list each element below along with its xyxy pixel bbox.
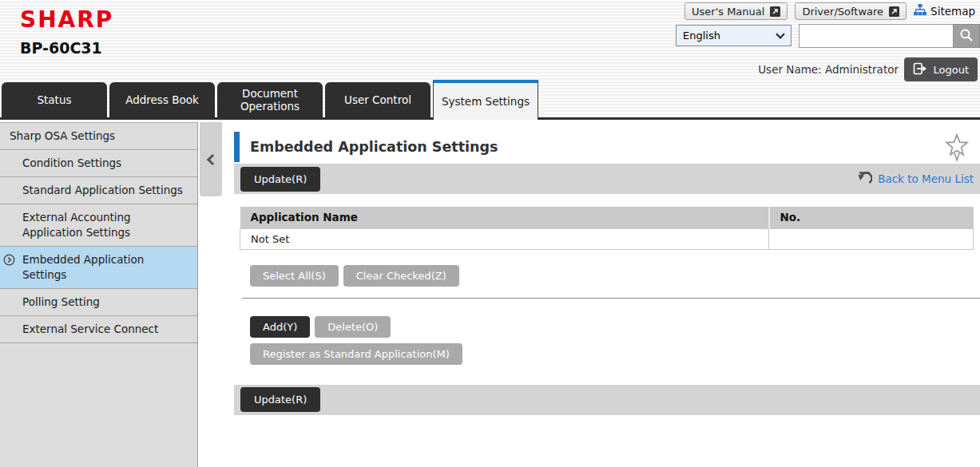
search-icon xyxy=(959,28,974,45)
selected-arrow-icon xyxy=(3,254,15,266)
users-manual-label: User's Manual xyxy=(692,6,764,18)
user-name-label: User Name: Administrator xyxy=(758,63,899,76)
sidebar-item-label: Embedded Application Settings xyxy=(22,253,144,281)
tab-system-settings[interactable]: System Settings xyxy=(433,80,538,120)
driver-software-label: Driver/Software xyxy=(802,6,883,18)
logout-icon xyxy=(913,62,927,77)
application-table: Application Name No. Not Set xyxy=(240,207,974,250)
sitemap-label: Sitemap xyxy=(930,5,975,18)
search-area xyxy=(799,24,980,48)
back-arrow-icon xyxy=(856,171,872,188)
chevron-left-icon xyxy=(207,153,218,164)
page-body: Sharp OSA Settings Condition Settings St… xyxy=(0,120,980,467)
external-link-icon xyxy=(889,6,899,17)
column-header-no: No. xyxy=(769,207,974,228)
delete-button[interactable]: Delete(O) xyxy=(315,316,391,338)
column-header-application-name: Application Name xyxy=(240,207,769,228)
top-links: User's Manual Driver/Software Sitemap xyxy=(684,2,975,20)
search-input[interactable] xyxy=(799,24,953,48)
tab-status[interactable]: Status xyxy=(2,82,107,117)
sidebar-item-standard-application-settings[interactable]: Standard Application Settings xyxy=(0,177,197,204)
application-table-wrap: Application Name No. Not Set xyxy=(240,207,974,250)
main-content: Embedded Application Settings Update(R) … xyxy=(234,120,980,467)
cell-application-name: Not Set xyxy=(240,228,769,249)
language-select-wrap: English xyxy=(676,25,792,46)
tab-user-control[interactable]: User Control xyxy=(325,82,430,117)
model-name: BP-60C31 xyxy=(20,39,102,57)
sidebar-collapse-button[interactable] xyxy=(200,122,222,196)
sidebar-item-external-service-connect[interactable]: External Service Connect xyxy=(0,316,197,343)
register-button-row: Register as Standard Application(M) xyxy=(250,343,980,365)
table-header-row: Application Name No. xyxy=(240,207,974,228)
logout-label: Logout xyxy=(933,64,969,76)
page-title: Embedded Application Settings xyxy=(250,139,498,155)
title-accent-bar xyxy=(234,132,240,162)
add-buttons-row: Add(Y) Delete(O) xyxy=(250,316,980,338)
select-all-button[interactable]: Select All(S) xyxy=(250,265,339,287)
top-toolbar: Update(R) Back to Menu List xyxy=(234,164,980,194)
section-divider xyxy=(242,298,980,299)
bottom-toolbar: Update(R) xyxy=(234,385,980,415)
sidebar-item-embedded-application-settings[interactable]: Embedded Application Settings xyxy=(0,247,197,289)
favorite-star-icon[interactable] xyxy=(945,133,969,165)
sidebar-item-condition-settings[interactable]: Condition Settings xyxy=(0,150,197,177)
logout-button[interactable]: Logout xyxy=(904,57,978,81)
sidebar-item-external-accounting-application-settings[interactable]: External Accounting Application Settings xyxy=(0,204,197,247)
selection-buttons-row: Select All(S) Clear Checked(Z) xyxy=(250,265,980,287)
main-tab-bar: Status Address Book Document Operations … xyxy=(0,82,980,120)
sidebar-item-polling-setting[interactable]: Polling Setting xyxy=(0,289,197,316)
language-select[interactable]: English xyxy=(676,25,792,46)
table-row[interactable]: Not Set xyxy=(240,228,974,249)
users-manual-button[interactable]: User's Manual xyxy=(684,2,788,20)
update-button-top[interactable]: Update(R) xyxy=(240,167,320,192)
tab-document-operations[interactable]: Document Operations xyxy=(217,82,323,117)
back-to-menu-label: Back to Menu List xyxy=(878,172,974,185)
driver-software-button[interactable]: Driver/Software xyxy=(795,2,907,20)
add-button[interactable]: Add(Y) xyxy=(250,316,310,338)
sidebar: Sharp OSA Settings Condition Settings St… xyxy=(0,122,198,467)
sharp-logo[interactable]: SHARP xyxy=(20,6,113,33)
page-header: SHARP BP-60C31 User's Manual Driver/Soft… xyxy=(0,0,980,120)
cell-no xyxy=(769,228,974,249)
update-button-bottom[interactable]: Update(R) xyxy=(240,387,320,412)
clear-checked-button[interactable]: Clear Checked(Z) xyxy=(343,265,459,287)
search-button[interactable] xyxy=(953,24,980,48)
tab-address-book[interactable]: Address Book xyxy=(109,82,215,117)
title-row: Embedded Application Settings xyxy=(234,130,980,164)
sidebar-item-sharp-osa-settings[interactable]: Sharp OSA Settings xyxy=(0,123,197,150)
external-link-icon xyxy=(770,6,780,17)
register-standard-application-button[interactable]: Register as Standard Application(M) xyxy=(250,343,462,365)
back-to-menu-link[interactable]: Back to Menu List xyxy=(856,171,974,188)
sitemap-link[interactable]: Sitemap xyxy=(914,4,975,18)
sitemap-icon xyxy=(914,4,926,18)
